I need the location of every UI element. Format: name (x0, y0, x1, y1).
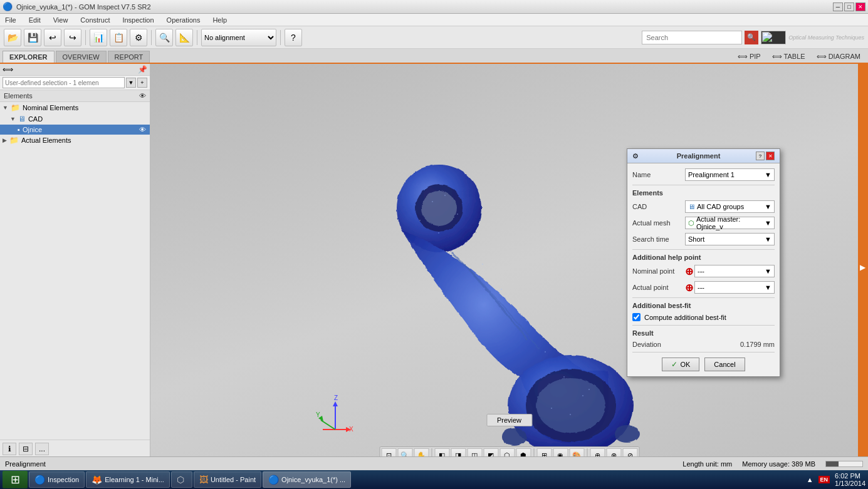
compute-checkbox[interactable] (632, 313, 641, 321)
toolbar-btn-3[interactable]: ↩ (44, 29, 61, 46)
sidebar-collapse-icon[interactable]: ⟺ (3, 65, 13, 74)
toolbar-btn-9[interactable]: 📐 (175, 29, 193, 46)
tab-explorer[interactable]: EXPLORER (3, 51, 55, 63)
sidebar-action-more[interactable]: ... (35, 443, 49, 455)
tab-diagram[interactable]: ⟺ DIAGRAM (812, 51, 865, 63)
toolbar-btn-5[interactable]: 📊 (90, 29, 107, 46)
svg-line-29 (321, 420, 335, 430)
nominal-point-icon: ⊕ (685, 265, 693, 277)
tab-overview[interactable]: OVERVIEW (56, 51, 107, 63)
toolbar-btn-8[interactable]: 🔍 (155, 29, 173, 46)
svg-point-13 (463, 245, 464, 246)
viewport[interactable]: Z X Y Preview ⊡ 🔍 ✋ ◧ ◨ ◫ ◩ ⬡ ⬢ (150, 64, 868, 470)
alignment-dropdown[interactable]: No alignment (201, 29, 276, 46)
window-controls: ─ □ ✕ (833, 3, 865, 11)
search-time-value: Short (688, 235, 704, 243)
tree-item-ojnice[interactable]: ▪ Ojnice 👁 (0, 125, 150, 135)
folder-icon: 📁 (11, 103, 20, 112)
actual-mesh-dropdown[interactable]: ⬡ Actual master: Ojnice_v ▼ (685, 217, 775, 229)
menu-file[interactable]: File (3, 15, 19, 25)
compute-checkbox-row: Compute additional best-fit (632, 313, 775, 321)
tree-item-nominal[interactable]: ▼ 📁 Nominal Elements (0, 102, 150, 113)
dialog-name-row: Name Prealignment 1 ▼ (632, 168, 775, 181)
svg-point-5 (536, 378, 605, 433)
actual-point-dropdown[interactable]: --- ▼ (694, 281, 775, 294)
toolbar-btn-2[interactable]: 💾 (24, 29, 41, 46)
sidebar-actions: ℹ ⊟ ... (3, 443, 147, 455)
sidebar-action-filter[interactable]: ⊟ (19, 443, 33, 455)
toolbar-btn-1[interactable]: 📂 (4, 29, 21, 46)
toolbar-btn-7[interactable]: ⚙ (130, 29, 147, 46)
maximize-btn[interactable]: □ (844, 3, 854, 11)
result-section: Result (632, 329, 775, 337)
sidebar-pin-icon[interactable]: 📌 (138, 65, 147, 74)
svg-point-11 (419, 220, 421, 221)
elements-section: Elements (632, 189, 775, 197)
name-input[interactable]: Prealignment 1 ▼ (685, 168, 775, 181)
memory-bar-fill (826, 461, 839, 466)
taskbar-inspection[interactable]: 🔵 Inspection (29, 471, 85, 488)
name-dropdown-arrow: ▼ (765, 171, 771, 178)
search-time-row: Search time Short ▼ (632, 233, 775, 245)
search-submit[interactable]: 🔍 (745, 31, 758, 44)
ok-button[interactable]: ✓ OK (662, 358, 699, 371)
search-time-arrow: ▼ (765, 235, 771, 243)
svg-text:Z: Z (334, 395, 338, 401)
element-search-input[interactable] (3, 77, 125, 88)
tree-label-nominal: Nominal Elements (23, 104, 78, 111)
help-btn[interactable]: ? (285, 29, 302, 46)
menu-help[interactable]: Help (210, 15, 229, 25)
tab-pip[interactable]: ⟺ PIP (733, 51, 766, 63)
menu-edit[interactable]: Edit (26, 15, 43, 25)
right-panel[interactable]: ▶ (858, 64, 868, 470)
cancel-button[interactable]: Cancel (704, 358, 745, 371)
menu-view[interactable]: View (51, 15, 71, 25)
svg-text:X: X (349, 426, 353, 433)
svg-point-8 (432, 201, 433, 202)
svg-point-18 (563, 376, 565, 378)
taskbar: ⊞ 🔵 Inspection 🦊 Elearning 1 - Mini... ⬡… (0, 470, 868, 489)
search-input[interactable] (642, 31, 742, 44)
dialog-help-btn[interactable]: ? (756, 152, 765, 160)
length-unit: Length unit: mm (682, 460, 732, 468)
taskbar-unknown[interactable]: ⬡ (171, 471, 192, 488)
filter-btn[interactable]: ▼ (126, 78, 136, 88)
toolbar-btn-4[interactable]: ↪ (64, 29, 81, 46)
tab-table[interactable]: ⟺ TABLE (767, 51, 810, 63)
start-button[interactable]: ⊞ (3, 471, 28, 488)
menu-operations[interactable]: Operations (164, 15, 203, 25)
toolbar-btn-6[interactable]: 📋 (110, 29, 127, 46)
toolbar-sep-1 (85, 30, 86, 45)
close-btn[interactable]: ✕ (855, 3, 865, 11)
cad-value: All CAD groups (697, 203, 744, 210)
taskbar-gom[interactable]: 🔵 Ojnice_vyuka_1(*) ... (263, 471, 351, 488)
status-left: Prealignment (5, 460, 46, 468)
menu-construct[interactable]: Construct (78, 15, 112, 25)
search-time-dropdown[interactable]: Short ▼ (685, 233, 775, 245)
svg-point-17 (545, 351, 546, 353)
taskbar-paint[interactable]: 🖼 Untitled - Paint (194, 471, 261, 488)
svg-point-16 (526, 320, 527, 321)
svg-point-2 (421, 190, 456, 225)
menu-inspection[interactable]: Inspection (120, 15, 156, 25)
elements-visibility-icon[interactable]: 👁 (139, 92, 146, 100)
lang-indicator[interactable]: EN (818, 476, 830, 483)
preview-btn[interactable]: Preview (486, 414, 532, 426)
add-filter-btn[interactable]: + (137, 78, 147, 88)
tree-item-cad[interactable]: ▼ 🖥 CAD (0, 113, 150, 125)
dialog-title-icon: ⚙ (632, 152, 639, 160)
cad-dropdown[interactable]: 🖥 All CAD groups ▼ (685, 200, 775, 213)
tab-report[interactable]: REPORT (108, 51, 150, 63)
prealignment-dialog: ⚙ Prealignment ? ✕ Name Prealignment 1 ▼ (627, 148, 780, 377)
minimize-btn[interactable]: ─ (833, 3, 843, 11)
taskbar-firefox[interactable]: 🦊 Elearning 1 - Mini... (86, 471, 170, 488)
dialog-close-btn[interactable]: ✕ (766, 152, 775, 160)
nominal-point-dropdown[interactable]: --- ▼ (694, 265, 775, 277)
nominal-point-value: --- (698, 267, 704, 275)
ojnice-visibility-icon[interactable]: 👁 (139, 126, 146, 133)
sidebar-action-info[interactable]: ℹ (3, 443, 16, 455)
svg-point-7 (614, 425, 639, 442)
tree-item-actual[interactable]: ▶ 📁 Actual Elements (0, 135, 150, 146)
windows-logo: ⊞ (11, 473, 20, 486)
sidebar: ⟺ 📌 ▼ + Elements 👁 ▼ 📁 Nominal Elements … (0, 64, 150, 470)
